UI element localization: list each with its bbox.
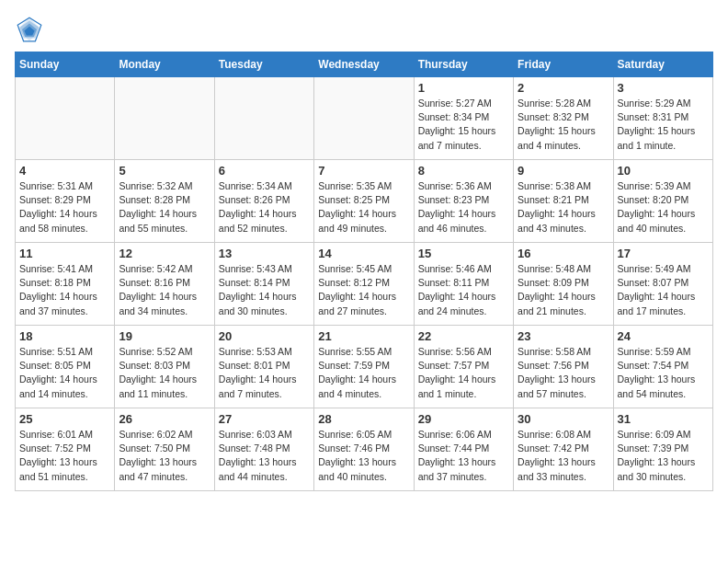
calendar-cell: 1Sunrise: 5:27 AM Sunset: 8:34 PM Daylig… xyxy=(414,77,513,160)
day-number: 24 xyxy=(618,329,709,343)
week-row-2: 4Sunrise: 5:31 AM Sunset: 8:29 PM Daylig… xyxy=(16,160,713,243)
day-info: Sunrise: 5:36 AM Sunset: 8:23 PM Dayligh… xyxy=(418,179,509,236)
calendar-cell: 3Sunrise: 5:29 AM Sunset: 8:31 PM Daylig… xyxy=(613,77,712,160)
day-info: Sunrise: 5:49 AM Sunset: 8:07 PM Dayligh… xyxy=(618,262,709,318)
calendar-cell: 22Sunrise: 5:56 AM Sunset: 7:57 PM Dayli… xyxy=(414,326,513,408)
day-number: 13 xyxy=(219,247,310,260)
calendar-cell xyxy=(314,77,414,160)
day-number: 6 xyxy=(219,164,310,178)
calendar-table: SundayMondayTuesdayWednesdayThursdayFrid… xyxy=(15,52,713,491)
day-number: 30 xyxy=(518,412,609,426)
day-info: Sunrise: 5:56 AM Sunset: 7:57 PM Dayligh… xyxy=(418,345,509,401)
day-number: 11 xyxy=(19,247,110,260)
day-number: 21 xyxy=(318,329,409,343)
day-number: 25 xyxy=(19,412,110,426)
calendar-cell: 12Sunrise: 5:42 AM Sunset: 8:16 PM Dayli… xyxy=(115,243,214,326)
day-header-thursday: Thursday xyxy=(414,52,513,77)
day-number: 17 xyxy=(618,247,709,260)
day-info: Sunrise: 5:42 AM Sunset: 8:16 PM Dayligh… xyxy=(119,262,210,318)
calendar-cell: 30Sunrise: 6:08 AM Sunset: 7:42 PM Dayli… xyxy=(514,408,613,491)
calendar-cell: 31Sunrise: 6:09 AM Sunset: 7:39 PM Dayli… xyxy=(613,408,712,491)
day-info: Sunrise: 6:01 AM Sunset: 7:52 PM Dayligh… xyxy=(19,428,110,484)
calendar-cell: 19Sunrise: 5:52 AM Sunset: 8:03 PM Dayli… xyxy=(115,326,214,408)
day-number: 27 xyxy=(219,412,310,426)
day-number: 22 xyxy=(418,329,509,343)
calendar-cell: 11Sunrise: 5:41 AM Sunset: 8:18 PM Dayli… xyxy=(16,243,115,326)
day-header-tuesday: Tuesday xyxy=(214,52,313,77)
day-info: Sunrise: 5:58 AM Sunset: 7:56 PM Dayligh… xyxy=(518,345,609,401)
day-number: 14 xyxy=(318,247,409,260)
calendar-cell: 14Sunrise: 5:45 AM Sunset: 8:12 PM Dayli… xyxy=(314,243,414,326)
calendar-cell: 28Sunrise: 6:05 AM Sunset: 7:46 PM Dayli… xyxy=(314,408,414,491)
day-info: Sunrise: 5:32 AM Sunset: 8:28 PM Dayligh… xyxy=(119,179,210,236)
day-info: Sunrise: 5:59 AM Sunset: 7:54 PM Dayligh… xyxy=(618,345,709,401)
day-number: 31 xyxy=(618,412,709,426)
calendar-cell: 26Sunrise: 6:02 AM Sunset: 7:50 PM Dayli… xyxy=(115,408,214,491)
day-number: 2 xyxy=(518,81,609,95)
day-number: 20 xyxy=(219,329,310,343)
day-number: 15 xyxy=(418,247,509,260)
day-info: Sunrise: 5:34 AM Sunset: 8:26 PM Dayligh… xyxy=(219,179,310,236)
logo-icon xyxy=(15,15,44,44)
calendar-cell: 23Sunrise: 5:58 AM Sunset: 7:56 PM Dayli… xyxy=(514,326,613,408)
day-info: Sunrise: 6:08 AM Sunset: 7:42 PM Dayligh… xyxy=(518,428,609,484)
week-row-3: 11Sunrise: 5:41 AM Sunset: 8:18 PM Dayli… xyxy=(16,243,713,326)
calendar-cell: 2Sunrise: 5:28 AM Sunset: 8:32 PM Daylig… xyxy=(514,77,613,160)
calendar-cell: 16Sunrise: 5:48 AM Sunset: 8:09 PM Dayli… xyxy=(514,243,613,326)
week-row-4: 18Sunrise: 5:51 AM Sunset: 8:05 PM Dayli… xyxy=(16,326,713,408)
day-number: 19 xyxy=(119,329,210,343)
day-info: Sunrise: 6:06 AM Sunset: 7:44 PM Dayligh… xyxy=(418,428,509,484)
calendar-cell: 6Sunrise: 5:34 AM Sunset: 8:26 PM Daylig… xyxy=(214,160,313,243)
day-number: 28 xyxy=(318,412,409,426)
calendar-cell: 29Sunrise: 6:06 AM Sunset: 7:44 PM Dayli… xyxy=(414,408,513,491)
day-header-saturday: Saturday xyxy=(613,52,712,77)
day-info: Sunrise: 5:46 AM Sunset: 8:11 PM Dayligh… xyxy=(418,262,509,318)
calendar-cell: 13Sunrise: 5:43 AM Sunset: 8:14 PM Dayli… xyxy=(214,243,313,326)
day-info: Sunrise: 5:55 AM Sunset: 7:59 PM Dayligh… xyxy=(318,345,409,401)
day-info: Sunrise: 5:52 AM Sunset: 8:03 PM Dayligh… xyxy=(119,345,210,401)
day-header-monday: Monday xyxy=(115,52,214,77)
day-info: Sunrise: 5:27 AM Sunset: 8:34 PM Dayligh… xyxy=(418,97,509,153)
day-info: Sunrise: 5:29 AM Sunset: 8:31 PM Dayligh… xyxy=(618,97,709,153)
calendar-cell: 7Sunrise: 5:35 AM Sunset: 8:25 PM Daylig… xyxy=(314,160,414,243)
calendar-cell: 9Sunrise: 5:38 AM Sunset: 8:21 PM Daylig… xyxy=(514,160,613,243)
calendar-cell xyxy=(214,77,313,160)
day-header-sunday: Sunday xyxy=(16,52,115,77)
day-number: 3 xyxy=(618,81,709,95)
day-number: 1 xyxy=(418,81,509,95)
day-number: 26 xyxy=(119,412,210,426)
day-number: 10 xyxy=(618,164,709,178)
day-info: Sunrise: 5:43 AM Sunset: 8:14 PM Dayligh… xyxy=(219,262,310,318)
day-number: 16 xyxy=(518,247,609,260)
day-info: Sunrise: 5:51 AM Sunset: 8:05 PM Dayligh… xyxy=(19,345,110,401)
calendar-cell: 4Sunrise: 5:31 AM Sunset: 8:29 PM Daylig… xyxy=(16,160,115,243)
day-info: Sunrise: 5:38 AM Sunset: 8:21 PM Dayligh… xyxy=(518,179,609,236)
day-number: 9 xyxy=(518,164,609,178)
calendar-cell: 17Sunrise: 5:49 AM Sunset: 8:07 PM Dayli… xyxy=(613,243,712,326)
day-info: Sunrise: 6:02 AM Sunset: 7:50 PM Dayligh… xyxy=(119,428,210,484)
day-info: Sunrise: 5:39 AM Sunset: 8:20 PM Dayligh… xyxy=(618,179,709,236)
week-row-1: 1Sunrise: 5:27 AM Sunset: 8:34 PM Daylig… xyxy=(16,77,713,160)
week-row-5: 25Sunrise: 6:01 AM Sunset: 7:52 PM Dayli… xyxy=(16,408,713,491)
day-info: Sunrise: 6:05 AM Sunset: 7:46 PM Dayligh… xyxy=(318,428,409,484)
day-number: 12 xyxy=(119,247,210,260)
day-info: Sunrise: 5:35 AM Sunset: 8:25 PM Dayligh… xyxy=(318,179,409,236)
day-info: Sunrise: 5:53 AM Sunset: 8:01 PM Dayligh… xyxy=(219,345,310,401)
day-number: 23 xyxy=(518,329,609,343)
day-number: 18 xyxy=(19,329,110,343)
day-number: 29 xyxy=(418,412,509,426)
day-info: Sunrise: 6:03 AM Sunset: 7:48 PM Dayligh… xyxy=(219,428,310,484)
day-number: 7 xyxy=(318,164,409,178)
calendar-cell: 10Sunrise: 5:39 AM Sunset: 8:20 PM Dayli… xyxy=(613,160,712,243)
calendar-cell: 20Sunrise: 5:53 AM Sunset: 8:01 PM Dayli… xyxy=(214,326,313,408)
calendar-cell: 15Sunrise: 5:46 AM Sunset: 8:11 PM Dayli… xyxy=(414,243,513,326)
day-info: Sunrise: 6:09 AM Sunset: 7:39 PM Dayligh… xyxy=(618,428,709,484)
day-header-friday: Friday xyxy=(514,52,613,77)
calendar-cell: 18Sunrise: 5:51 AM Sunset: 8:05 PM Dayli… xyxy=(16,326,115,408)
day-number: 8 xyxy=(418,164,509,178)
day-info: Sunrise: 5:48 AM Sunset: 8:09 PM Dayligh… xyxy=(518,262,609,318)
calendar-cell: 25Sunrise: 6:01 AM Sunset: 7:52 PM Dayli… xyxy=(16,408,115,491)
calendar-header-row: SundayMondayTuesdayWednesdayThursdayFrid… xyxy=(16,52,713,77)
calendar-cell: 27Sunrise: 6:03 AM Sunset: 7:48 PM Dayli… xyxy=(214,408,313,491)
page-header xyxy=(15,15,713,44)
